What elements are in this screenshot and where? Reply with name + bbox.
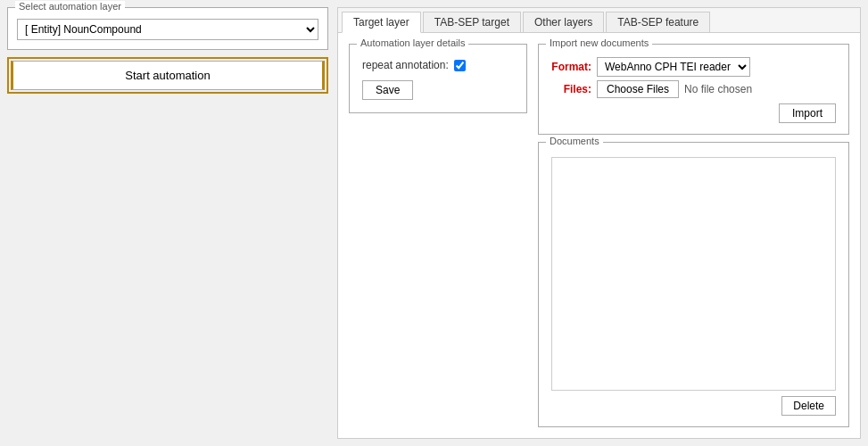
import-legend: Import new documents	[546, 37, 652, 48]
repeat-annotation-row: repeat annotation:	[362, 59, 514, 71]
import-btn-row: Import	[551, 103, 836, 123]
format-select[interactable]: WebAnno CPH TEI readerWebAnno TSVCoNLL 2…	[597, 57, 750, 77]
repeat-annotation-checkbox[interactable]	[454, 60, 466, 71]
tab-tab-sep-target[interactable]: TAB-SEP target	[423, 12, 521, 32]
documents-list[interactable]	[551, 157, 836, 391]
files-row: Files: Choose Files No file chosen	[551, 80, 836, 98]
choose-files-button[interactable]: Choose Files	[597, 80, 679, 98]
left-panel: Select automation layer [ Entity] NounCo…	[7, 7, 328, 439]
select-layer-fieldset: Select automation layer [ Entity] NounCo…	[7, 7, 328, 50]
tab-bar: Target layer TAB-SEP target Other layers…	[338, 8, 860, 33]
repeat-annotation-label: repeat annotation:	[362, 59, 449, 71]
tab-other-layers[interactable]: Other layers	[523, 12, 604, 32]
delete-btn-row: Delete	[551, 396, 836, 416]
no-file-text: No file chosen	[684, 83, 752, 95]
documents-legend: Documents	[546, 136, 603, 146]
layer-select[interactable]: [ Entity] NounCompound[ Entity] Other[ P…	[17, 19, 318, 40]
select-layer-legend: Select automation layer	[15, 1, 125, 12]
import-box: Import new documents Format: WebAnno CPH…	[538, 44, 849, 135]
import-section: Import new documents Format: WebAnno CPH…	[538, 44, 849, 427]
tab-tab-sep-feature[interactable]: TAB-SEP feature	[606, 12, 710, 32]
tab-content: Automation layer details repeat annotati…	[338, 33, 860, 438]
delete-button[interactable]: Delete	[781, 396, 836, 416]
import-button[interactable]: Import	[779, 103, 836, 123]
right-panel: Target layer TAB-SEP target Other layers…	[337, 7, 861, 439]
automation-details-legend: Automation layer details	[357, 37, 468, 48]
files-label: Files:	[551, 83, 591, 95]
automation-details-box: Automation layer details repeat annotati…	[349, 44, 527, 113]
start-automation-button[interactable]: Start automation	[11, 61, 325, 90]
start-automation-wrapper: Start automation	[7, 57, 328, 94]
tab-target-layer[interactable]: Target layer	[342, 12, 421, 33]
format-label: Format:	[551, 61, 591, 73]
save-button[interactable]: Save	[362, 80, 413, 100]
format-row: Format: WebAnno CPH TEI readerWebAnno TS…	[551, 57, 836, 77]
documents-box: Documents Delete	[538, 142, 849, 427]
